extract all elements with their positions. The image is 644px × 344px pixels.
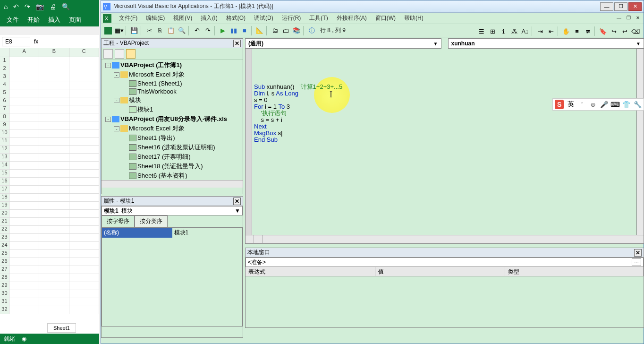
row-header[interactable]: 1 [0,57,9,65]
excel-row[interactable]: 7 [0,105,99,113]
toggle-folders-icon[interactable] [126,49,136,59]
row-header[interactable]: 4 [0,81,9,89]
indent-icon[interactable]: ⇥ [535,26,545,36]
row-header[interactable]: 9 [0,121,9,129]
complete-word-icon[interactable]: A↕ [520,26,530,36]
object-browser-icon[interactable]: 📚 [291,26,302,36]
excel-row[interactable]: 31 [0,298,99,306]
row-header[interactable]: 20 [0,210,9,217]
row-header[interactable]: 15 [0,170,9,177]
bookmark-icon[interactable]: 🔖 [598,26,608,36]
row-header[interactable]: 18 [0,194,9,201]
row-header[interactable]: 13 [0,154,9,161]
row-header[interactable]: 25 [0,250,9,258]
excel-row[interactable]: 1 [0,57,99,65]
outdent-icon[interactable]: ⇤ [546,26,556,36]
excel-row[interactable]: 24 [0,242,99,250]
tree-node[interactable]: -VBAProject (工作簿1) [102,60,242,70]
maximize-button[interactable]: ☐ [614,2,627,11]
tab-insert[interactable]: 插入 [48,16,60,24]
run-icon[interactable]: ▶ [218,26,228,36]
reset-icon[interactable]: ■ [239,26,250,36]
print-icon[interactable]: 🖨 [50,3,56,10]
mdi-restore-button[interactable]: ❐ [625,15,632,22]
minimize-button[interactable]: — [600,2,613,11]
full-module-view-icon[interactable] [254,235,263,243]
mdi-close-button[interactable]: ✕ [634,15,642,22]
procedure-dropdown[interactable]: xunhuan▼ [448,38,644,49]
tab-categorized[interactable]: 按分类序 [135,215,168,227]
expand-icon[interactable]: - [114,98,119,103]
row-header[interactable]: 2 [0,65,9,73]
col-type[interactable]: 类型 [505,267,644,276]
undo-icon[interactable]: ↶ [13,3,19,10]
excel-row[interactable]: 10 [0,129,99,138]
tab-pagelayout[interactable]: 页面 [69,16,81,24]
row-header[interactable]: 28 [0,274,9,282]
excel-row[interactable]: 16 [0,178,99,186]
excel-row[interactable]: 12 [0,146,99,154]
menu-help[interactable]: 帮助(H) [400,13,427,24]
row-header[interactable]: 29 [0,282,9,290]
row-header[interactable]: 6 [0,97,9,105]
panel-close-button[interactable]: ✕ [634,249,642,257]
project-tree[interactable]: -VBAProject (工作簿1)-Microsoft Excel 对象She… [102,60,243,180]
menu-run[interactable]: 运行(R) [278,13,305,24]
tree-node[interactable]: Sheet17 (开票明细) [102,152,242,162]
excel-row[interactable]: 13 [0,154,99,162]
code-line[interactable]: End Sub [254,137,644,143]
row-header[interactable]: 10 [0,129,9,137]
help-icon[interactable]: ⓘ [306,26,317,36]
excel-row[interactable]: 14 [0,162,99,170]
excel-row[interactable]: 19 [0,202,99,210]
excel-row[interactable]: 5 [0,89,99,97]
row-header[interactable]: 23 [0,234,9,241]
name-box[interactable]: E8 [2,37,30,46]
excel-row[interactable]: 11 [0,138,99,146]
row-header[interactable]: 31 [0,298,9,306]
excel-row[interactable]: 23 [0,234,99,242]
row-header[interactable]: 17 [0,186,9,193]
row-header[interactable]: 24 [0,242,9,249]
horizontal-scrollbar[interactable] [102,180,243,188]
excel-row[interactable]: 4 [0,81,99,89]
save-icon[interactable]: 💾 [129,26,139,36]
tab-home[interactable]: 开始 [27,16,40,24]
row-header[interactable]: 16 [0,178,9,185]
list-properties-icon[interactable]: ☰ [476,26,487,36]
excel-row[interactable]: 30 [0,290,99,298]
col-value[interactable]: 值 [375,267,505,276]
row-header[interactable]: 5 [0,89,9,97]
row-header[interactable]: 27 [0,266,9,274]
properties-grid[interactable]: (名称) 模块1 [102,227,243,327]
row-header[interactable]: 30 [0,290,9,298]
procedure-view-icon[interactable] [246,235,254,243]
tree-node[interactable]: -VBAProject (用友U8分录导入-课件.xls [102,114,242,124]
excel-row[interactable]: 27 [0,266,99,274]
undo-icon[interactable]: ↶ [192,26,202,36]
tab-file[interactable]: 文件 [7,16,19,24]
expand-icon[interactable]: - [114,72,119,77]
paste-icon[interactable]: 📋 [166,26,176,36]
excel-row[interactable]: 29 [0,282,99,290]
code-line[interactable]: Dim i, s As Long [254,90,644,97]
menu-tools[interactable]: 工具(T) [305,13,331,24]
excel-row[interactable]: 2 [0,65,99,73]
excel-row[interactable]: 22 [0,226,99,234]
copy-icon[interactable]: ⎘ [155,26,165,36]
clear-bookmarks-icon[interactable]: ⌫ [630,26,641,36]
excel-row[interactable]: 25 [0,250,99,258]
excel-row[interactable]: 26 [0,258,99,266]
mdi-minimize-button[interactable]: — [615,15,623,22]
excel-row[interactable]: 18 [0,194,99,202]
tree-node[interactable]: 模块1 [102,105,242,114]
list-constants-icon[interactable]: ⊞ [487,26,498,36]
expand-icon[interactable]: - [114,126,119,131]
code-line[interactable]: For i = 1 To 3 [254,103,644,110]
call-stack-button[interactable]: … [632,258,641,266]
col-header[interactable]: A [9,48,39,57]
comment-block-icon[interactable]: ≡ [572,26,582,36]
excel-grid[interactable]: A B C 1234567891011121314151617181920212… [0,48,99,322]
expand-icon[interactable]: - [105,63,111,68]
tree-node[interactable]: ThisWorkbook [102,87,242,95]
